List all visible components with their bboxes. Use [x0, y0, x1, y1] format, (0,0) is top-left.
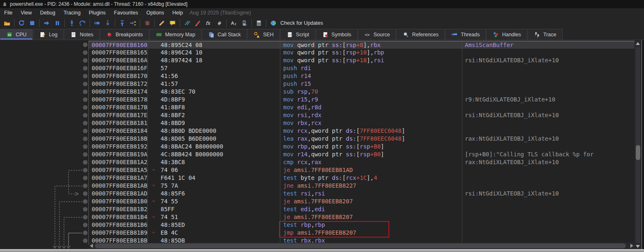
- disasm-row[interactable]: 00007FF80EEB819248:8BAC24 B8000000mov rb…: [0, 143, 635, 151]
- breakpoint-dot[interactable]: [83, 144, 88, 149]
- check-for-updates-label[interactable]: Check for Updates: [280, 20, 323, 26]
- disasm-row[interactable]: 00007FF80EEB816548:896C24 10mov qword pt…: [0, 49, 635, 57]
- trace-into-icon[interactable]: [102, 18, 113, 28]
- breakpoint-dot[interactable]: [83, 58, 88, 63]
- menu-view[interactable]: View: [17, 8, 36, 17]
- disasm-row[interactable]: 00007FF80EEB818448:8B0D BDDE0000mov rcx,…: [0, 127, 635, 135]
- vertical-scrollbar-thumb[interactable]: [636, 145, 640, 160]
- breakpoint-dot[interactable]: [83, 50, 88, 55]
- font-a2-icon[interactable]: A2: [228, 18, 239, 28]
- globe-icon[interactable]: [268, 18, 279, 28]
- breakpoint-dot[interactable]: [83, 231, 88, 235]
- breakpoint-dot[interactable]: [83, 137, 88, 141]
- breakpoint-dot[interactable]: [83, 168, 88, 172]
- horizontal-scrollbar-thumb[interactable]: [95, 243, 626, 248]
- scroll-right-arrow-icon[interactable]: [630, 244, 633, 248]
- tab-cpu[interactable]: 64CPU: [0, 29, 33, 40]
- breakpoint-dot[interactable]: [83, 223, 88, 227]
- horizontal-scrollbar[interactable]: [89, 243, 635, 249]
- step-into-icon[interactable]: [66, 18, 77, 28]
- run-to-user-code-icon[interactable]: [128, 18, 138, 28]
- tab-handles[interactable]: Handles: [486, 29, 527, 40]
- s-badge-icon[interactable]: S: [142, 18, 153, 28]
- breakpoint-dot[interactable]: [83, 66, 88, 71]
- disasm-row[interactable]: 00007FF80EEB817E48:8BF2mov rsi,rdxrsi:Nt…: [0, 111, 635, 119]
- disasm-row[interactable]: 00007FF80EEB819A4C:8BB424 B0000000mov r1…: [0, 151, 635, 158]
- breakpoint-dot[interactable]: [83, 191, 88, 196]
- breakpoint-dot[interactable]: [83, 152, 88, 157]
- breakpoint-dot[interactable]: [83, 160, 88, 165]
- tab-script[interactable]: </>Script: [280, 29, 315, 40]
- run-icon[interactable]: [41, 18, 52, 28]
- breakpoint-dot[interactable]: [83, 113, 88, 118]
- disasm-row[interactable]: 00007FF80EEB817241:57push r15: [0, 80, 635, 88]
- open-folder-icon[interactable]: [2, 18, 12, 28]
- menu-help[interactable]: Help: [168, 8, 187, 17]
- tab-memory-map[interactable]: Memory Map: [149, 29, 201, 40]
- disasm-row[interactable]: 00007FF80EEB81B285FFtest edi,edi: [0, 205, 635, 213]
- disasm-row[interactable]: 00007FF80EEB818148:8BD9mov rbx,rcx: [0, 119, 635, 127]
- hash-icon[interactable]: #: [214, 18, 225, 28]
- breakpoint-dot[interactable]: [83, 215, 88, 219]
- scroll-up-arrow-icon[interactable]: [636, 42, 640, 45]
- device-icon[interactable]: [239, 18, 250, 28]
- menu-favourites[interactable]: Favourites: [110, 8, 142, 17]
- breakpoint-dot[interactable]: [83, 42, 88, 47]
- tab-call-stack[interactable]: Call Stack: [202, 29, 247, 40]
- disasm-row[interactable]: 00007FF80EEB81A7F641 1C 04test byte ptr …: [0, 174, 635, 182]
- tab-trace[interactable]: Trace: [528, 29, 563, 40]
- disasm-row[interactable]: 00007FF80EEB81B9EB 4Cjmp amsi.7FF80EEB82…: [0, 229, 635, 237]
- disasm-row[interactable]: 00007FF80EEB816A48:897424 18mov qword pt…: [0, 57, 635, 64]
- breakpoint-dot[interactable]: [83, 199, 88, 204]
- disasm-row[interactable]: 00007FF80EEB81A248:3BC8cmp rcx,raxrax:Nt…: [0, 158, 635, 166]
- breakpoint-dot[interactable]: [83, 97, 88, 102]
- pencil-icon[interactable]: [156, 18, 167, 28]
- menu-tracing[interactable]: Tracing: [59, 8, 85, 17]
- tab-notes[interactable]: Notes: [64, 29, 99, 40]
- disasm-row[interactable]: 00007FF80EEB817448:83EC 70sub rsp,70: [0, 88, 635, 96]
- vertical-scrollbar[interactable]: [635, 41, 642, 249]
- tab-breakpoints[interactable]: Breakpoints: [100, 29, 149, 40]
- breakpoint-dot[interactable]: [83, 176, 88, 180]
- breakpoint-dot[interactable]: [83, 184, 88, 188]
- vertical-scrollbar-track[interactable]: [636, 47, 640, 243]
- breakpoint-dot[interactable]: [83, 82, 88, 86]
- disasm-row[interactable]: 00007FF80EEB81A574 06je amsi.7FF80EEB81A…: [0, 166, 635, 174]
- tab-log[interactable]: Log: [33, 29, 64, 40]
- disasm-row[interactable]: 00007FF80EEB817B41:8BF8mov edi,r8d: [0, 104, 635, 111]
- scroll-down-arrow-icon[interactable]: [636, 245, 640, 248]
- comment-icon[interactable]: [167, 18, 178, 28]
- breakpoint-dot[interactable]: [83, 74, 88, 78]
- menu-debug[interactable]: Debug: [36, 8, 59, 17]
- disasm-row[interactable]: 00007FF80EEB81B074 55je amsi.7FF80EEB820…: [0, 198, 635, 205]
- disasm-row[interactable]: 00007FF80EEB816F57push rdi: [0, 64, 635, 72]
- disasm-row[interactable]: 00007FF80EEB81784D:8BF9mov r15,r9r9:NtGd…: [0, 96, 635, 104]
- tab-symbols[interactable]: Symbols: [316, 29, 358, 40]
- fx-icon[interactable]: fx: [203, 18, 214, 28]
- menu-file[interactable]: File: [0, 8, 17, 17]
- stop-icon[interactable]: [27, 18, 38, 28]
- label-stripes-icon[interactable]: [182, 18, 192, 28]
- tab-seh[interactable]: SEH: [247, 29, 280, 40]
- scroll-left-arrow-icon[interactable]: [90, 244, 93, 248]
- restart-icon[interactable]: [16, 18, 27, 28]
- menu-plugins[interactable]: Plugins: [85, 8, 110, 17]
- disasm-row[interactable]: 00007FF80EEB818B48:8D05 B6DE0000lea rax,…: [0, 135, 635, 143]
- breakpoint-dot[interactable]: [83, 89, 88, 94]
- animate-into-icon[interactable]: [92, 18, 102, 28]
- breakpoint-dot[interactable]: [83, 238, 88, 243]
- disasm-row[interactable]: 00007FF80EEB816048:895C24 08mov qword pt…: [0, 41, 635, 49]
- tab-source[interactable]: <>Source: [358, 29, 396, 40]
- disasm-row[interactable]: 00007FF80EEB81B648:85EDtest rbp,rbp: [0, 221, 635, 229]
- breakpoint-dot[interactable]: [83, 207, 88, 212]
- disasm-row[interactable]: 00007FF80EEB81AB75 7Ajne amsi.7FF80EEB82…: [0, 182, 635, 190]
- disasm-row[interactable]: 00007FF80EEB81AD48:85F6test rsi,rsirsi:N…: [0, 190, 635, 198]
- tab-references[interactable]: References: [396, 29, 445, 40]
- pause-icon[interactable]: [52, 18, 63, 28]
- execute-till-return-icon[interactable]: [117, 18, 128, 28]
- step-over-icon[interactable]: [77, 18, 88, 28]
- tab-threads[interactable]: Threads: [445, 29, 486, 40]
- breakpoint-dot[interactable]: [83, 105, 88, 110]
- disasm-row[interactable]: 00007FF80EEB81B474 51je amsi.7FF80EEB820…: [0, 213, 635, 221]
- calculator-icon[interactable]: [253, 18, 264, 28]
